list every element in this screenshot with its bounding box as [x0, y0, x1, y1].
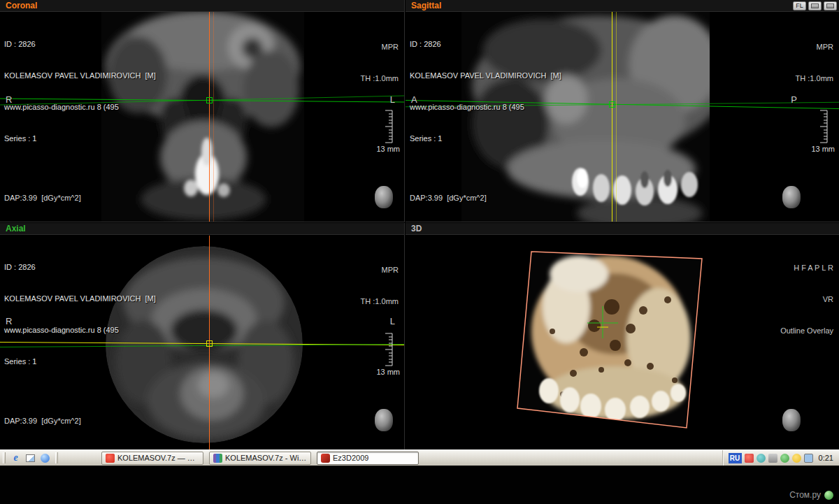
patient-id: ID : 2826 [410, 39, 561, 50]
sagittal-plane-line[interactable] [209, 12, 210, 222]
axial-titlebar: Axial [0, 223, 404, 235]
patient-info: ID : 2826 KOLEMASOV PAVEL VLADIMIROVICH … [4, 18, 156, 165]
mode-info: MPR TH :1.0mm [361, 244, 399, 328]
mode-label: MPR [361, 42, 399, 52]
internet-explorer-icon[interactable]: e [10, 452, 22, 464]
language-indicator[interactable]: RU [729, 453, 742, 463]
vr-render-mode: VR [780, 294, 833, 305]
patient-name: KOLEMASOV PAVEL VLADIMIROVICH [M] [4, 71, 156, 81]
acquisition-info: DAP:3.99 [dGy*cm^2] 4 [mA] 89 [kVp] CT [410, 172, 487, 222]
threed-title: 3D [411, 224, 422, 233]
series-info: Series : 1 [410, 134, 561, 144]
browser-ball-icon[interactable] [39, 452, 51, 464]
coronal-plane-line[interactable] [612, 12, 612, 222]
application-window: Coronal [0, 0, 839, 504]
patient-info: ID : 2826 KOLEMASOV PAVEL VLADIMIROVICH … [4, 241, 156, 388]
patient-info: ID : 2826 KOLEMASOV PAVEL VLADIMIROVICH … [410, 18, 561, 165]
site-watermark: Стом.ру [789, 490, 833, 500]
tray-icon-4[interactable] [780, 454, 789, 463]
orientation-right-label: L [390, 316, 395, 326]
vr-mode-info: H F A P L R VR Outline Overlay [780, 242, 833, 357]
patient-id: ID : 2826 [4, 262, 156, 273]
threed-panel: 3D [406, 223, 839, 449]
clinic-info: www.picasso-diagnostic.ru 8 (495 [410, 102, 561, 113]
sagittal-titlebar: Sagittal FL [406, 0, 839, 12]
scale-ruler-icon [380, 110, 396, 143]
patient-name: KOLEMASOV PAVEL VLADIMIROVICH [M] [410, 71, 561, 81]
vr-orientation-labels: H F A P L R [780, 263, 833, 273]
dap-value: DAP:3.99 [dGy*cm^2] [410, 193, 487, 203]
coronal-panel: Coronal [0, 0, 405, 222]
tray-icon-2[interactable] [756, 454, 766, 463]
tray-icon-3[interactable] [768, 454, 777, 463]
fl-toggle-button[interactable]: FL [793, 1, 806, 10]
smiley-icon [824, 491, 833, 500]
taskbar: e KOLEMASOV.7z — Янде... KOLEMASOV.7z - … [0, 449, 839, 466]
quick-launch: e [8, 452, 52, 464]
taskbar-clock[interactable]: 0:21 [819, 454, 833, 462]
crosshair-center-marker[interactable] [609, 101, 615, 108]
desktop-background: Стом.ру [0, 466, 839, 504]
axial-panel: Axial ID : 2826 [0, 223, 405, 449]
orientation-right-label: P [791, 94, 797, 105]
dap-value: DAP:3.99 [dGy*cm^2] [4, 193, 81, 203]
mode-info: MPR TH :1.0mm [361, 21, 399, 105]
scale-ruler-icon [380, 333, 396, 366]
acquisition-info: DAP:3.99 [dGy*cm^2] 4 [mA] 89 [kVp] CT [4, 395, 81, 449]
network-monitor-icon[interactable] [804, 454, 813, 463]
system-tray: RU 0:21 [722, 450, 839, 466]
panel-window-buttons: FL [793, 1, 837, 10]
head-orientation-icon [375, 186, 393, 208]
ez3d-icon [321, 454, 330, 463]
taskbar-button-ez3d2009[interactable]: Ez3D2009 [317, 452, 419, 465]
threed-titlebar: 3D [406, 223, 839, 235]
orientation-left-label: R [6, 316, 12, 326]
clinic-info: www.picasso-diagnostic.ru 8 (495 [4, 102, 156, 113]
window-layout-icon[interactable] [808, 1, 822, 10]
head-orientation-icon [375, 409, 393, 431]
sagittal-panel: Sagittal FL [406, 0, 839, 222]
thickness-label: TH :1.0mm [796, 73, 833, 84]
vr-overlay-mode: Outline Overlay [780, 326, 833, 336]
sagittal-title: Sagittal [411, 1, 441, 10]
ruler-scale-label: 13 mm [376, 367, 400, 377]
scale-ruler-icon [815, 110, 831, 143]
series-info: Series : 1 [4, 357, 156, 367]
orientation-right-label: L [390, 94, 395, 105]
watermark-text: Стом.ру [789, 490, 821, 500]
coronal-plane-line-2[interactable] [616, 12, 617, 222]
mode-label: MPR [796, 42, 833, 52]
orientation-left-label: R [6, 94, 12, 105]
acquisition-info: DAP:3.99 [dGy*cm^2] 4 [mA] 89 [kVp] CT [4, 172, 81, 222]
quick-launch-handle[interactable] [3, 452, 6, 463]
taskbar-button-yandex-download[interactable]: KOLEMASOV.7z — Янде... [101, 452, 203, 465]
crosshair-center-marker[interactable] [206, 97, 213, 103]
thickness-label: TH :1.0mm [361, 296, 399, 307]
orientation-left-label: A [411, 94, 417, 105]
thickness-label: TH :1.0mm [361, 73, 399, 84]
sagittal-plane-line-2[interactable] [213, 12, 214, 222]
tray-icon-1[interactable] [745, 454, 754, 463]
clinic-info: www.picasso-diagnostic.ru 8 (495 [4, 325, 156, 336]
tasks-handle[interactable] [55, 452, 58, 463]
window-maximize-icon[interactable] [824, 1, 837, 10]
taskbar-button-winrar[interactable]: KOLEMASOV.7z - WinRAR [209, 452, 311, 465]
ruler-scale-label: 13 mm [811, 144, 835, 154]
patient-name: KOLEMASOV PAVEL VLADIMIROVICH [M] [4, 294, 156, 304]
patient-id: ID : 2826 [4, 39, 156, 50]
task-buttons: KOLEMASOV.7z — Янде... KOLEMASOV.7z - Wi… [101, 452, 419, 465]
ruler-scale-label: 13 mm [376, 144, 400, 154]
tray-icon-5[interactable] [792, 454, 801, 463]
head-orientation-icon [782, 186, 801, 208]
show-desktop-icon[interactable] [24, 452, 36, 464]
yandex-icon [106, 454, 115, 463]
mode-info: MPR TH :1.0mm [796, 21, 833, 105]
axial-title: Axial [6, 224, 26, 233]
winrar-icon [213, 454, 222, 463]
volume-render-image[interactable] [510, 233, 734, 443]
crosshair-center-marker[interactable] [206, 340, 213, 347]
dap-value: DAP:3.99 [dGy*cm^2] [4, 416, 81, 426]
coronal-titlebar: Coronal [0, 0, 404, 12]
mode-label: MPR [361, 265, 399, 275]
coronal-title: Coronal [6, 1, 37, 10]
